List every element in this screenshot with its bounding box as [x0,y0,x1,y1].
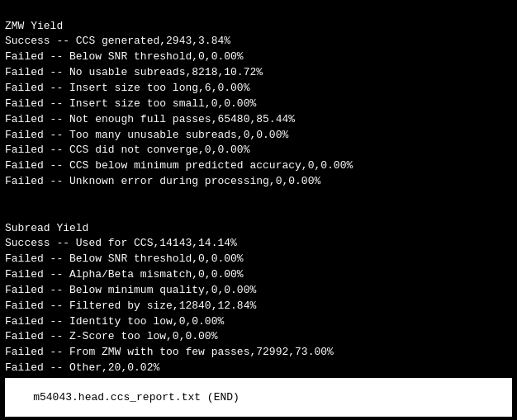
terminal-line: Failed -- Other,20,0.02% [5,361,512,376]
terminal-line: Failed -- Below SNR threshold,0,0.00% [5,252,512,267]
terminal-line: Failed -- Identity too low,0,0.00% [5,314,512,330]
terminal-line: ZMW Yield [5,19,512,35]
terminal-line: Failed -- Too many unusable subreads,0,0… [5,128,512,144]
terminal-line: Failed -- No usable subreads,8218,10.72% [5,65,512,81]
status-bar-text: m54043.head.ccs_report.txt (END) [33,391,240,403]
terminal-line: Failed -- Alpha/Beta mismatch,0,0.00% [5,267,512,283]
terminal-line: Success -- CCS generated,2943,3.84% [5,34,512,50]
terminal-line: Failed -- Z-Score too low,0,0.00% [5,329,512,345]
terminal-line: Failed -- Insert size too small,0,0.00% [5,97,512,112]
status-bar: m54043.head.ccs_report.txt (END) [5,378,512,417]
terminal-line: Subread Yield [5,221,512,237]
terminal-line [5,190,512,205]
terminal-line: Failed -- CCS did not converge,0,0.00% [5,143,512,158]
terminal-line: Failed -- Below SNR threshold,0,0.00% [5,50,512,65]
cursor [240,392,246,403]
terminal-line: Failed -- Unknown error during processin… [5,174,512,190]
terminal-line [5,205,512,221]
terminal-line: Failed -- Filtered by size,12840,12.84% [5,299,512,314]
terminal-line: Failed -- Not enough full passes,65480,8… [5,112,512,128]
terminal-line: Failed -- Insert size too long,6,0.00% [5,81,512,97]
terminal-line: Failed -- CCS below minimum predicted ac… [5,158,512,174]
terminal-window: ZMW YieldSuccess -- CCS generated,2943,3… [0,0,517,420]
terminal-line: Failed -- From ZMW with too few passes,7… [5,345,512,361]
terminal-line: Failed -- Below minimum quality,0,0.00% [5,283,512,299]
content-area: ZMW YieldSuccess -- CCS generated,2943,3… [5,3,512,376]
terminal-line: Success -- Used for CCS,14143,14.14% [5,236,512,252]
